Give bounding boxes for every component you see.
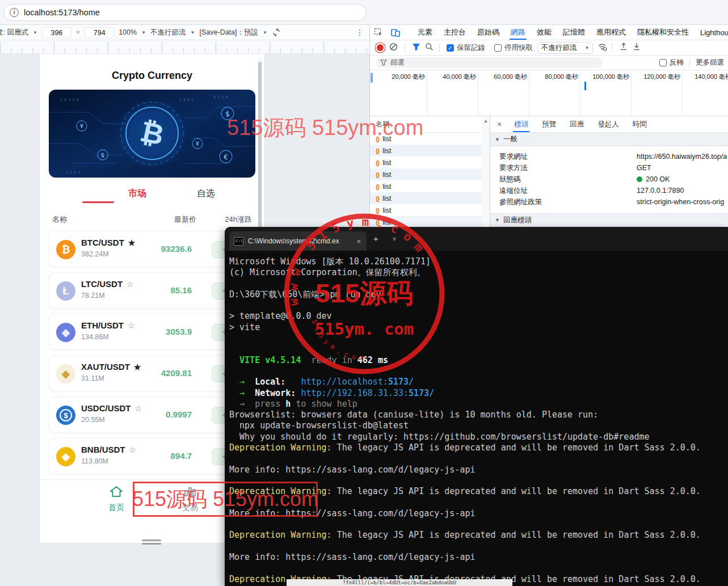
tab-watchlist[interactable]: 自选 <box>197 188 215 200</box>
terminal-line: → Local: http://localhost:5173/ <box>229 377 728 387</box>
new-tab-icon[interactable]: + <box>373 234 378 243</box>
nav-item-交易[interactable]: 交易 <box>170 485 210 513</box>
coin-row[interactable]: ₿BTC/USDT★382.24M93236.6+ <box>49 231 246 267</box>
terminal-output[interactable]: Microsoft Windows [版本 10.0.26100.7171](c… <box>225 251 728 586</box>
close-tab-icon[interactable]: × <box>355 237 362 246</box>
response-headers-section-header[interactable]: ▼ 回應標頭 <box>490 213 728 227</box>
details-tab-標頭[interactable]: 標頭 <box>507 116 535 132</box>
request-row[interactable]: {}list <box>370 168 490 180</box>
devtools-tab-主控台[interactable]: 主控台 <box>438 25 472 40</box>
page-info-icon[interactable]: i <box>10 8 19 17</box>
request-details-tabs: × 標頭預覽回應發起人時間 <box>490 116 728 133</box>
tab-market[interactable]: 市场 <box>128 188 146 200</box>
device-width-input[interactable]: 396 <box>42 27 71 38</box>
details-tab-回應[interactable]: 回應 <box>563 116 591 132</box>
devtools-tab-網路[interactable]: 網路 <box>505 25 531 40</box>
terminal-line: More info: https://sass-lang.com/d/legac… <box>229 552 728 563</box>
devtools-tab-原始碼[interactable]: 原始碼 <box>472 25 505 40</box>
network-filter-input[interactable]: 篩選 <box>376 57 603 68</box>
coin-price: 93236.6 <box>129 244 192 254</box>
request-row[interactable]: {}list <box>370 216 490 228</box>
preserve-log-checkbox[interactable]: ✓ <box>447 44 454 52</box>
device-height-input[interactable]: 794 <box>85 27 114 38</box>
devtools-tab-效能[interactable]: 效能 <box>531 25 557 40</box>
terminal-line: Why you should do it regularly: https://… <box>229 432 728 442</box>
tab-dropdown-icon[interactable]: ˅ <box>393 236 396 242</box>
general-section-header[interactable]: ▼ 一般 <box>490 133 728 146</box>
chevron-down-icon: ▼ <box>263 30 267 35</box>
request-name: list <box>382 159 391 167</box>
url-text: localhost:5173/home <box>24 8 100 17</box>
coin-pair: BTC/USDT★ <box>81 238 135 247</box>
devtools-tab-Lighthouse[interactable]: Lighthouse <box>695 25 728 40</box>
more-options-icon[interactable]: ⋮ <box>356 28 364 37</box>
invert-filter-checkbox[interactable] <box>659 59 667 66</box>
devtools-tabs: 元素主控台原始碼網路效能記憶體應用程式隱私權和安全性Lighthouse <box>412 25 728 40</box>
terminal-tab[interactable]: C:\ C:\Windows\system32\cmd.ex × <box>229 231 367 251</box>
terminal-line: More info: https://sass-lang.com/d/legac… <box>229 508 728 519</box>
coin-row[interactable]: $USDC/USDT☆20.55M0.9997+ <box>49 397 246 433</box>
search-icon[interactable] <box>425 43 434 53</box>
devtools-tab-記憶體[interactable]: 記憶體 <box>557 25 591 40</box>
savedata-select[interactable]: [Save-Data]：預設 <box>200 28 259 37</box>
rotate-device-icon[interactable] <box>272 28 281 37</box>
devtools-tab-元素[interactable]: 元素 <box>412 25 438 40</box>
status-ok-dot <box>637 176 642 182</box>
disable-cache-checkbox[interactable] <box>494 44 502 52</box>
svg-text:¥: ¥ <box>196 141 199 147</box>
clear-network-log-icon[interactable] <box>389 43 398 53</box>
coin-row[interactable]: ◆XAUT/USDT★31.11M4209.81+ <box>49 355 246 391</box>
scroll-up-icon[interactable]: ▲ <box>482 117 490 125</box>
device-zoom-select[interactable]: 100% <box>119 28 137 36</box>
chevron-down-icon: ▼ <box>141 30 146 35</box>
terminal-line: > template@0.0.0 dev <box>229 311 728 322</box>
network-conditions-icon[interactable] <box>597 43 607 53</box>
import-har-icon[interactable] <box>620 43 628 53</box>
toggle-device-toolbar-icon[interactable] <box>391 28 400 37</box>
column-header-price: 最新价 <box>157 214 196 225</box>
request-row[interactable]: {}list <box>370 145 490 157</box>
export-har-icon[interactable] <box>633 43 641 53</box>
device-mode-select[interactable]: 度: 回應式 <box>0 28 28 37</box>
terminal-line: > vite <box>229 322 728 333</box>
terminal-titlebar[interactable]: C:\ C:\Windows\system32\cmd.ex × + ˅ <box>225 227 728 251</box>
header-value: strict-origin-when-cross-orig <box>637 198 724 206</box>
request-name: list <box>382 206 391 214</box>
terminal-line <box>229 333 728 344</box>
app-scrollbar-thumb[interactable] <box>258 62 262 238</box>
svg-text:1 0 1 1 0: 1 0 1 1 0 <box>60 98 79 102</box>
devtools-tab-應用程式[interactable]: 應用程式 <box>591 25 632 40</box>
timeline-tick-label: 80,000 毫秒 <box>529 73 578 81</box>
details-tab-時間[interactable]: 時間 <box>626 116 654 132</box>
home-indicator <box>142 543 161 545</box>
record-network-log-icon[interactable] <box>377 44 384 51</box>
devtools-tab-隱私權和安全性[interactable]: 隱私權和安全性 <box>632 25 695 40</box>
request-row[interactable]: {}list <box>370 133 490 145</box>
header-value: GET <box>637 164 651 172</box>
nav-item-首页[interactable]: 首页 <box>96 485 136 513</box>
request-row[interactable]: {}list <box>370 192 490 204</box>
timeline-handle[interactable] <box>371 73 373 83</box>
network-timeline[interactable]: 20,000 毫秒40,000 毫秒60,000 毫秒80,000 毫秒100,… <box>370 70 728 116</box>
coin-row[interactable]: ŁLTC/USDT☆78.21M85.16+ <box>49 272 246 309</box>
request-row[interactable]: {}list <box>370 157 490 168</box>
inspect-element-icon[interactable] <box>374 28 383 37</box>
header-kv-row: 遠端位址127.0.0.1:7890 <box>490 185 728 196</box>
request-row[interactable]: {}list <box>370 180 490 192</box>
request-list-header[interactable]: 名稱 <box>370 116 490 133</box>
coin-row[interactable]: ◆ETH/USDT☆134.86M3053.9+ <box>49 314 246 350</box>
terminal-line <box>229 563 728 574</box>
chevron-down-icon: ▼ <box>191 30 195 35</box>
details-tab-預覽[interactable]: 預覽 <box>535 116 563 132</box>
request-row[interactable]: {}list <box>370 204 490 216</box>
more-filters-button[interactable]: 更多篩選 <box>696 58 724 68</box>
coin-row[interactable]: ◈BNB/USDT☆113.80M894.7+ <box>49 438 246 474</box>
terminal-line: → press h to show help <box>229 399 728 410</box>
device-throttle-select[interactable]: 不進行節流 <box>150 28 186 37</box>
details-tab-發起人[interactable]: 發起人 <box>591 116 626 132</box>
address-bar[interactable]: i localhost:5173/home <box>3 4 367 21</box>
close-details-icon[interactable]: × <box>497 120 502 129</box>
network-throttle-select[interactable]: 不進行節流 ▼ <box>537 42 593 54</box>
filter-icon[interactable] <box>412 43 420 53</box>
timeline-tick-label: 40,000 毫秒 <box>427 73 476 81</box>
